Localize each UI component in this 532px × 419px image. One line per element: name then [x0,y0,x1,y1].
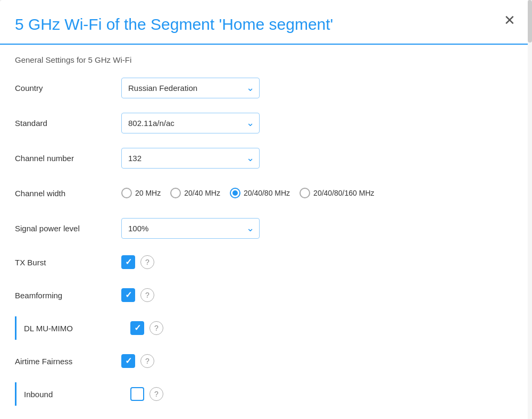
inbound-row: Inbound ? [15,382,517,406]
beamforming-help-icon[interactable]: ? [140,288,154,302]
section-title: General Settings for 5 GHz Wi-Fi [15,55,517,64]
channel-width-label: Channel width [15,189,121,198]
airtime-fairness-checkbox[interactable] [121,354,135,368]
dialog-container: 5 GHz Wi-Fi of the Segment 'Home segment… [0,0,532,419]
signal-power-select[interactable]: 100% 75% 50% 25% [121,218,260,239]
scrollbar-track [528,0,532,419]
standard-control: 802.11a/n/ac 802.11a 802.11n 802.11ac ⌄ [121,113,377,133]
radio-204080mhz-label: 20/40/80 MHz [244,189,290,197]
country-select-wrapper: Russian Federation United States Germany… [121,78,260,98]
country-label: Country [15,83,121,93]
inbound-help-icon[interactable]: ? [149,387,163,401]
dl-mu-mimo-help-icon[interactable]: ? [149,321,163,335]
standard-select-wrapper: 802.11a/n/ac 802.11a 802.11n 802.11ac ⌄ [121,113,260,133]
scrollbar-thumb[interactable] [528,0,532,43]
dl-mu-mimo-row: DL MU-MIMO ? [15,316,517,340]
radio-20mhz-indicator [121,188,132,198]
radio-20408160mhz-indicator [300,188,310,198]
standard-select[interactable]: 802.11a/n/ac 802.11a 802.11n 802.11ac [121,113,260,133]
standard-label: Standard [15,119,121,128]
dl-mu-mimo-checkbox[interactable] [130,321,144,335]
dialog-header: 5 GHz Wi-Fi of the Segment 'Home segment… [0,0,532,45]
beamforming-row: Beamforming ? [15,283,517,307]
dialog-body: General Settings for 5 GHz Wi-Fi Country… [0,45,532,419]
close-button[interactable]: ✕ [500,11,519,30]
dl-mu-mimo-label: DL MU-MIMO [24,324,130,333]
tx-burst-help-icon[interactable]: ? [140,255,154,269]
radio-20408160mhz[interactable]: 20/40/80/160 MHz [300,188,374,198]
tx-burst-label: TX Burst [15,258,121,267]
radio-2040mhz-label: 20/40 MHz [184,189,220,197]
radio-204080mhz[interactable]: 20/40/80 MHz [230,188,290,198]
tx-burst-checkbox[interactable] [121,255,135,269]
radio-20mhz-label: 20 MHz [135,189,161,197]
signal-power-control: 100% 75% 50% 25% ⌄ [121,218,377,239]
signal-power-select-wrapper: 100% 75% 50% 25% ⌄ [121,218,260,239]
channel-number-row: Channel number 132 36 40 44 48 ⌄ [15,145,517,171]
airtime-fairness-help-icon[interactable]: ? [140,354,154,368]
channel-number-control: 132 36 40 44 48 ⌄ [121,148,377,169]
channel-width-control: 20 MHz 20/40 MHz 20/40/80 MHz 20/40/80/1… [121,188,377,198]
signal-power-label: Signal power level [15,224,121,233]
radio-2040mhz[interactable]: 20/40 MHz [170,188,220,198]
radio-20mhz[interactable]: 20 MHz [121,188,161,198]
radio-2040mhz-indicator [170,188,181,198]
inbound-checkbox[interactable] [130,387,144,401]
radio-204080mhz-indicator [230,188,240,198]
airtime-fairness-label: Airtime Fairness [15,357,121,366]
inbound-label: Inbound [24,390,130,399]
standard-row: Standard 802.11a/n/ac 802.11a 802.11n 80… [15,110,517,136]
beamforming-label: Beamforming [15,291,121,300]
beamforming-checkbox[interactable] [121,288,135,302]
channel-number-select-wrapper: 132 36 40 44 48 ⌄ [121,148,260,169]
country-select[interactable]: Russian Federation United States Germany [121,78,260,98]
country-row: Country Russian Federation United States… [15,75,517,100]
airtime-fairness-row: Airtime Fairness ? [15,349,517,373]
channel-width-row: Channel width 20 MHz 20/40 MHz 20/40/80 … [15,180,517,206]
tx-burst-row: TX Burst ? [15,250,517,274]
radio-20408160mhz-label: 20/40/80/160 MHz [313,189,374,197]
channel-number-select[interactable]: 132 36 40 44 48 [121,148,260,169]
dialog-title: 5 GHz Wi-Fi of the Segment 'Home segment… [15,15,506,34]
channel-number-label: Channel number [15,154,121,163]
signal-power-row: Signal power level 100% 75% 50% 25% ⌄ [15,215,517,241]
country-control: Russian Federation United States Germany… [121,78,377,98]
